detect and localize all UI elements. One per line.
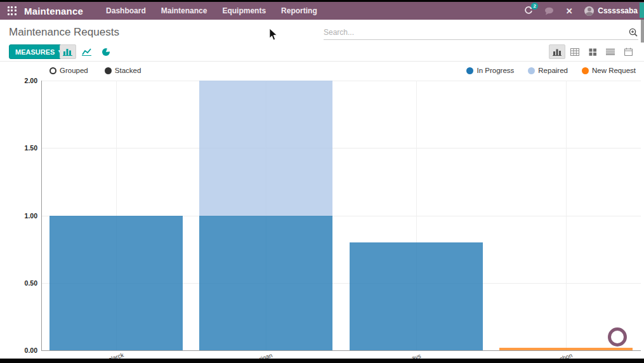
search-bar [324, 25, 638, 40]
bar-segment-in-progress[interactable] [49, 216, 183, 351]
top-navbar: Maintenance DashboardMaintenanceEquipmen… [0, 2, 644, 20]
edge-green-fragment [640, 3, 644, 18]
view-kanban-button[interactable] [584, 44, 601, 59]
nav-menu-item-dashboard[interactable]: Dashboard [106, 6, 146, 15]
mouse-cursor [269, 28, 278, 41]
activity-badge: 2 [531, 3, 538, 10]
bar-chart-icon [63, 48, 73, 56]
y-axis-line [41, 81, 42, 350]
app-window: Maintenance DashboardMaintenanceEquipmen… [0, 0, 644, 363]
view-pivot-button[interactable] [567, 44, 583, 59]
y-tick-label: 2.00 [11, 77, 37, 84]
bar-segment-repaired[interactable] [199, 81, 332, 216]
activity-icon[interactable]: 2 [523, 6, 534, 16]
search-input[interactable] [324, 28, 628, 37]
measures-label: MEASURES [15, 48, 55, 56]
y-tick-label: 1.50 [11, 144, 37, 152]
toolbar-row: MEASURES ▾ [0, 43, 644, 62]
list-view-icon [606, 48, 615, 55]
graph-view: GroupedStacked In ProgressRepairedNew Re… [0, 62, 644, 359]
gridline-h [41, 148, 641, 148]
bar-segment-in-progress[interactable] [350, 242, 483, 350]
view-switcher [549, 44, 636, 59]
graph-view-icon [553, 48, 562, 56]
line-chart-icon [82, 48, 92, 56]
user-menu[interactable]: Csssssaba [584, 6, 638, 16]
nav-right-cluster: 2 ✕ Csssssaba [523, 6, 644, 16]
nav-menu-item-equipments[interactable]: Equipments [222, 6, 266, 15]
page-title: Maintenance Requests [9, 26, 119, 39]
nav-menu-item-maintenance[interactable]: Maintenance [161, 6, 207, 15]
messages-icon[interactable] [544, 6, 554, 16]
x-icon: ✕ [566, 6, 573, 16]
chart-type-switcher [60, 44, 114, 59]
app-title[interactable]: Maintenance [24, 6, 83, 16]
letterbox-top [0, 0, 644, 2]
letterbox-bottom [0, 359, 644, 363]
y-tick-label: 0.00 [11, 346, 37, 354]
search-zoom-icon[interactable] [628, 27, 638, 37]
view-graph-button[interactable] [549, 44, 565, 59]
line-chart-button[interactable] [79, 44, 95, 59]
nav-menu: DashboardMaintenanceEquipmentsReporting [106, 6, 317, 15]
bar-segment-new-request[interactable] [499, 348, 633, 350]
calendar-view-icon [624, 48, 633, 56]
bar-segment-in-progress[interactable] [199, 216, 332, 351]
avatar [584, 6, 594, 16]
tools-icon[interactable]: ✕ [564, 6, 574, 16]
y-tick-label: 1.00 [11, 212, 37, 220]
pie-chart-button[interactable] [98, 44, 114, 59]
control-panel: Maintenance Requests MEASURES ▾ [0, 20, 644, 62]
edge-scrollbar-fragment [641, 20, 644, 43]
y-tick-label: 0.50 [11, 279, 37, 287]
view-list-button[interactable] [602, 44, 619, 59]
chat-bubble-icon [544, 7, 554, 15]
pivot-view-icon [570, 48, 579, 56]
apps-menu-icon[interactable] [8, 6, 16, 15]
kanban-view-icon [589, 48, 597, 56]
view-calendar-button[interactable] [620, 44, 636, 59]
screencast-click-ring [608, 327, 627, 346]
nav-menu-item-reporting[interactable]: Reporting [281, 6, 317, 15]
gridline-v [566, 81, 567, 350]
user-name: Csssssaba [598, 6, 638, 15]
bar-chart-button[interactable] [60, 44, 76, 59]
gridline-h [41, 81, 641, 81]
pie-chart-icon [102, 48, 110, 56]
